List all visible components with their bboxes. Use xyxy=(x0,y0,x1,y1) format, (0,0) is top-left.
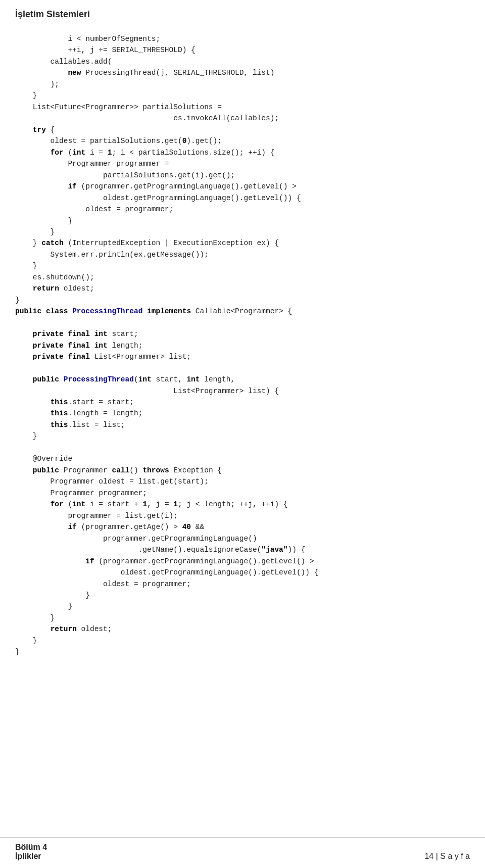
header-title: İşletim Sistemleri xyxy=(15,9,90,19)
chapter-subtitle: İplikler xyxy=(15,852,47,861)
page-number: 14 | S a y f a xyxy=(424,852,470,861)
page-footer: Bölüm 4 İplikler 14 | S a y f a xyxy=(0,837,485,868)
page-header: İşletim Sistemleri xyxy=(0,0,485,24)
code-area: i < numberOfSegments; ++i, j += SERIAL_T… xyxy=(0,24,485,698)
chapter-label: Bölüm 4 xyxy=(15,843,47,852)
footer-left-section: Bölüm 4 İplikler xyxy=(15,843,47,861)
